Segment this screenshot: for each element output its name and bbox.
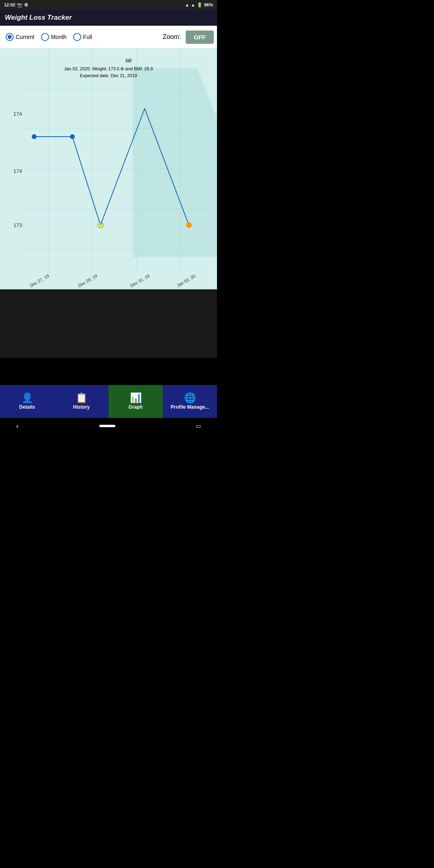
nav-history[interactable]: 📋 History bbox=[54, 385, 108, 418]
nav-graph[interactable]: 📊 Graph bbox=[108, 385, 163, 418]
battery-icon: 🔋 bbox=[197, 2, 203, 8]
radio-full-label: Full bbox=[83, 34, 92, 40]
data-point-dec27 bbox=[32, 134, 37, 139]
nav-profile[interactable]: 🌐 Profile Manage... bbox=[163, 385, 217, 418]
settings-icon: ⚙ bbox=[24, 2, 28, 8]
status-bar: 12:02 📷 ⚙ ▲ ▲ 🔋 96% bbox=[0, 0, 217, 10]
status-time: 12:02 📷 ⚙ bbox=[4, 2, 28, 8]
radio-month-circle bbox=[41, 33, 49, 41]
home-button[interactable] bbox=[99, 425, 115, 427]
battery-level: 96% bbox=[204, 2, 213, 7]
info-expected: Expected date: Dec 31, 2019 bbox=[80, 73, 137, 78]
system-nav: ‹ ▭ bbox=[0, 418, 217, 434]
radio-full[interactable]: Full bbox=[71, 31, 95, 43]
profile-icon: 🌐 bbox=[184, 393, 196, 403]
wifi-icon: ▲ bbox=[185, 2, 189, 7]
radio-current-circle bbox=[6, 33, 14, 41]
nav-profile-label: Profile Manage... bbox=[171, 404, 209, 410]
camera-icon: 📷 bbox=[17, 2, 23, 8]
recents-button[interactable]: ▭ bbox=[196, 423, 201, 429]
y-label-mid: 174 bbox=[13, 168, 22, 174]
status-right: ▲ ▲ 🔋 96% bbox=[185, 2, 213, 8]
y-label-bot: 173 bbox=[13, 222, 22, 228]
bottom-nav: 👤 Details 📋 History 📊 Graph 🌐 Profile Ma… bbox=[0, 385, 217, 418]
dark-separator bbox=[0, 289, 217, 358]
radio-full-circle bbox=[73, 33, 81, 41]
chart-svg: bill Jan 02, 2020: Weight: 173.5 lb and … bbox=[0, 48, 217, 289]
app-title: Weight Loss Tracker bbox=[5, 14, 72, 22]
nav-details[interactable]: 👤 Details bbox=[0, 385, 54, 418]
radio-month[interactable]: Month bbox=[39, 31, 69, 43]
data-point-jan02 bbox=[186, 222, 192, 228]
info-name: bill bbox=[126, 58, 132, 63]
graph-icon: 📊 bbox=[130, 393, 142, 403]
options-bar: Current Month Full Zoom: OFF bbox=[0, 26, 217, 48]
zoom-toggle-button[interactable]: OFF bbox=[186, 31, 214, 44]
nav-graph-label: Graph bbox=[129, 404, 143, 410]
back-button[interactable]: ‹ bbox=[16, 422, 18, 430]
nav-details-label: Details bbox=[19, 404, 35, 410]
y-label-top: 174 bbox=[13, 111, 22, 117]
radio-month-label: Month bbox=[51, 34, 67, 40]
chart-area: bill Jan 02, 2020: Weight: 173.5 lb and … bbox=[0, 48, 217, 289]
zoom-label: Zoom: bbox=[163, 33, 181, 41]
nav-history-label: History bbox=[73, 404, 90, 410]
radio-current-label: Current bbox=[16, 34, 35, 40]
info-weight: Jan 02, 2020: Weight: 173.5 lb and BMI: … bbox=[64, 66, 153, 71]
radio-current[interactable]: Current bbox=[3, 31, 37, 43]
time-display: 12:02 bbox=[4, 2, 15, 7]
history-icon: 📋 bbox=[76, 393, 88, 403]
svg-marker-10 bbox=[133, 68, 217, 257]
details-icon: 👤 bbox=[21, 393, 33, 403]
signal-icon: ▲ bbox=[191, 2, 195, 7]
title-bar: Weight Loss Tracker bbox=[0, 10, 217, 26]
